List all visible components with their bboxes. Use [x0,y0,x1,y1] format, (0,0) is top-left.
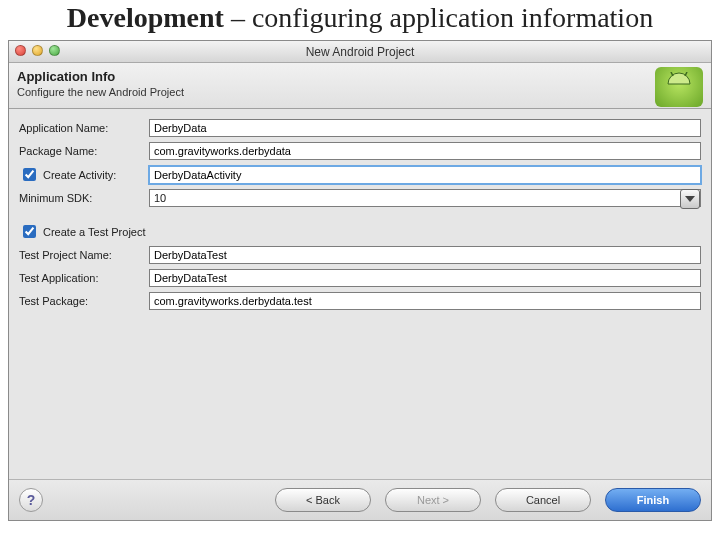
zoom-icon[interactable] [49,45,60,56]
row-create-activity: Create Activity: [19,165,701,184]
next-button-label: Next > [417,494,449,506]
row-test-project-name: Test Project Name: [19,246,701,264]
wizard-footer: ? < Back Next > Cancel Finish [9,479,711,520]
finish-button-label: Finish [637,494,669,506]
chevron-down-icon [685,196,695,202]
close-icon[interactable] [15,45,26,56]
empty-area [9,319,711,479]
row-minimum-sdk: Minimum SDK: 10 [19,189,701,207]
window-controls [15,45,60,56]
help-icon: ? [27,492,36,508]
slide-title-rest: – configuring application information [224,2,653,33]
package-name-input[interactable] [149,142,701,160]
android-icon [655,67,703,107]
row-test-package: Test Package: [19,292,701,310]
test-project-name-label: Test Project Name: [19,249,149,261]
test-package-label: Test Package: [19,295,149,307]
slide-title-bold: Development [67,2,224,33]
test-package-input[interactable] [149,292,701,310]
titlebar: New Android Project [9,41,711,63]
create-activity-checkbox[interactable] [23,168,36,181]
row-application-name: Application Name: [19,119,701,137]
back-button-label: < Back [306,494,340,506]
wizard-subtitle: Configure the new Android Project [17,86,703,98]
row-test-application: Test Application: [19,269,701,287]
wizard-heading: Application Info [17,69,703,84]
form-area: Application Name: Package Name: Create A… [9,109,711,319]
svg-line-2 [671,72,673,76]
application-name-label: Application Name: [19,122,149,134]
minimum-sdk-value: 10 [154,192,166,204]
next-button: Next > [385,488,481,512]
minimum-sdk-label: Minimum SDK: [19,192,149,204]
slide-title: Development – configuring application in… [10,2,710,34]
cancel-button[interactable]: Cancel [495,488,591,512]
create-test-project-label: Create a Test Project [43,226,146,238]
cancel-button-label: Cancel [526,494,560,506]
create-activity-input[interactable] [149,166,701,184]
create-test-project-checkbox[interactable] [23,225,36,238]
minimize-icon[interactable] [32,45,43,56]
row-package-name: Package Name: [19,142,701,160]
application-name-input[interactable] [149,119,701,137]
test-application-label: Test Application: [19,272,149,284]
dropdown-button[interactable] [680,189,700,209]
help-button[interactable]: ? [19,488,43,512]
dialog-window: New Android Project Application Info Con… [8,40,712,521]
row-create-test-project: Create a Test Project [19,222,701,241]
create-activity-checkbox-wrap: Create Activity: [19,165,149,184]
test-project-name-input[interactable] [149,246,701,264]
back-button[interactable]: < Back [275,488,371,512]
wizard-header: Application Info Configure the new Andro… [9,63,711,109]
package-name-label: Package Name: [19,145,149,157]
minimum-sdk-select[interactable]: 10 [149,189,701,207]
create-activity-label: Create Activity: [43,169,116,181]
finish-button[interactable]: Finish [605,488,701,512]
window-title: New Android Project [306,45,415,59]
svg-line-3 [685,72,687,76]
test-application-input[interactable] [149,269,701,287]
